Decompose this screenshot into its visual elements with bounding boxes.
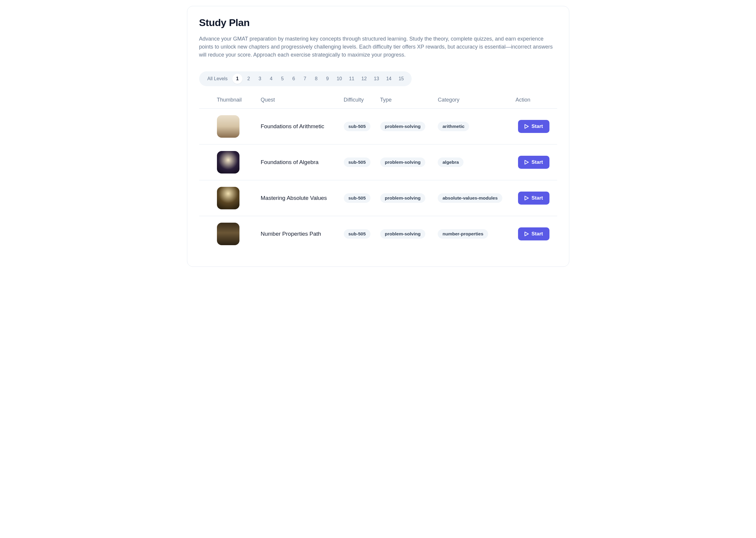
thumb-cell <box>199 216 258 252</box>
type-pill: problem-solving <box>380 229 425 239</box>
thumb-cell <box>199 109 258 144</box>
col-type: Type <box>378 92 436 109</box>
difficulty-cell: sub-505 <box>342 216 378 252</box>
difficulty-pill: sub-505 <box>344 193 371 203</box>
quest-name: Number Properties Path <box>261 231 321 237</box>
play-icon <box>525 160 529 165</box>
quest-cell: Mastering Absolute Values <box>258 180 342 216</box>
tab-level-5[interactable]: 5 <box>278 74 287 84</box>
start-button[interactable]: Start <box>518 191 550 205</box>
category-pill: number-properties <box>438 229 488 239</box>
difficulty-cell: sub-505 <box>342 180 378 216</box>
action-cell: Start <box>516 109 557 144</box>
table-row: Mastering Absolute Valuessub-505problem-… <box>199 180 557 216</box>
quest-cell: Foundations of Arithmetic <box>258 109 342 144</box>
table-row: Foundations of Arithmeticsub-505problem-… <box>199 109 557 144</box>
tab-level-15[interactable]: 15 <box>396 74 407 84</box>
tab-level-4[interactable]: 4 <box>266 74 276 84</box>
col-difficulty: Difficulty <box>342 92 378 109</box>
action-cell: Start <box>516 180 557 216</box>
quest-cell: Number Properties Path <box>258 216 342 252</box>
tab-level-10[interactable]: 10 <box>334 74 345 84</box>
table-row: Number Properties Pathsub-505problem-sol… <box>199 216 557 252</box>
tab-level-8[interactable]: 8 <box>311 74 321 84</box>
start-button[interactable]: Start <box>518 120 550 133</box>
quest-thumbnail <box>217 187 239 209</box>
tab-level-3[interactable]: 3 <box>255 74 265 84</box>
thumb-cell <box>199 180 258 216</box>
quest-name: Foundations of Algebra <box>261 159 319 165</box>
page-title: Study Plan <box>199 17 557 28</box>
start-button-label: Start <box>532 159 543 165</box>
quest-cell: Foundations of Algebra <box>258 144 342 180</box>
table-row: Foundations of Algebrasub-505problem-sol… <box>199 144 557 180</box>
tab-level-14[interactable]: 14 <box>383 74 395 84</box>
tab-level-7[interactable]: 7 <box>300 74 310 84</box>
difficulty-cell: sub-505 <box>342 109 378 144</box>
tab-level-2[interactable]: 2 <box>244 74 254 84</box>
tab-level-13[interactable]: 13 <box>371 74 382 84</box>
category-pill: absolute-values-modules <box>438 193 502 203</box>
page-description: Advance your GMAT preparation by masteri… <box>199 35 555 59</box>
category-cell: algebra <box>435 144 515 180</box>
play-icon <box>525 232 529 236</box>
col-category: Category <box>435 92 515 109</box>
tab-level-1[interactable]: 1 <box>232 74 242 84</box>
col-quest: Quest <box>258 92 342 109</box>
type-cell: problem-solving <box>378 144 436 180</box>
quest-name: Mastering Absolute Values <box>261 195 327 201</box>
quest-thumbnail <box>217 151 239 174</box>
tab-level-9[interactable]: 9 <box>322 74 333 84</box>
category-pill: arithmetic <box>438 122 469 131</box>
type-pill: problem-solving <box>380 157 425 167</box>
start-button[interactable]: Start <box>518 156 550 169</box>
tab-all-levels[interactable]: All Levels <box>204 74 231 84</box>
difficulty-pill: sub-505 <box>344 229 371 239</box>
thumb-cell <box>199 144 258 180</box>
tab-level-12[interactable]: 12 <box>358 74 370 84</box>
difficulty-cell: sub-505 <box>342 144 378 180</box>
col-action: Action <box>516 92 557 109</box>
difficulty-pill: sub-505 <box>344 122 371 131</box>
tab-level-11[interactable]: 11 <box>346 74 357 84</box>
type-cell: problem-solving <box>378 180 436 216</box>
quest-thumbnail <box>217 223 239 245</box>
play-icon <box>525 196 529 200</box>
start-button-label: Start <box>532 231 543 237</box>
start-button[interactable]: Start <box>518 227 550 241</box>
table-header-row: Thumbnail Quest Difficulty Type Category… <box>199 92 557 109</box>
category-pill: algebra <box>438 157 464 167</box>
quest-table: Thumbnail Quest Difficulty Type Category… <box>199 92 557 252</box>
play-icon <box>525 124 529 129</box>
tab-level-6[interactable]: 6 <box>289 74 299 84</box>
type-pill: problem-solving <box>380 122 425 131</box>
category-cell: number-properties <box>435 216 515 252</box>
difficulty-pill: sub-505 <box>344 157 371 167</box>
start-button-label: Start <box>532 124 543 130</box>
start-button-label: Start <box>532 195 543 201</box>
action-cell: Start <box>516 216 557 252</box>
quest-name: Foundations of Arithmetic <box>261 123 324 130</box>
level-tabs: All Levels123456789101112131415 <box>199 71 411 86</box>
quest-thumbnail <box>217 115 239 138</box>
category-cell: arithmetic <box>435 109 515 144</box>
category-cell: absolute-values-modules <box>435 180 515 216</box>
col-thumbnail: Thumbnail <box>199 92 258 109</box>
type-cell: problem-solving <box>378 109 436 144</box>
type-cell: problem-solving <box>378 216 436 252</box>
action-cell: Start <box>516 144 557 180</box>
study-plan-card: Study Plan Advance your GMAT preparation… <box>187 6 569 267</box>
type-pill: problem-solving <box>380 193 425 203</box>
